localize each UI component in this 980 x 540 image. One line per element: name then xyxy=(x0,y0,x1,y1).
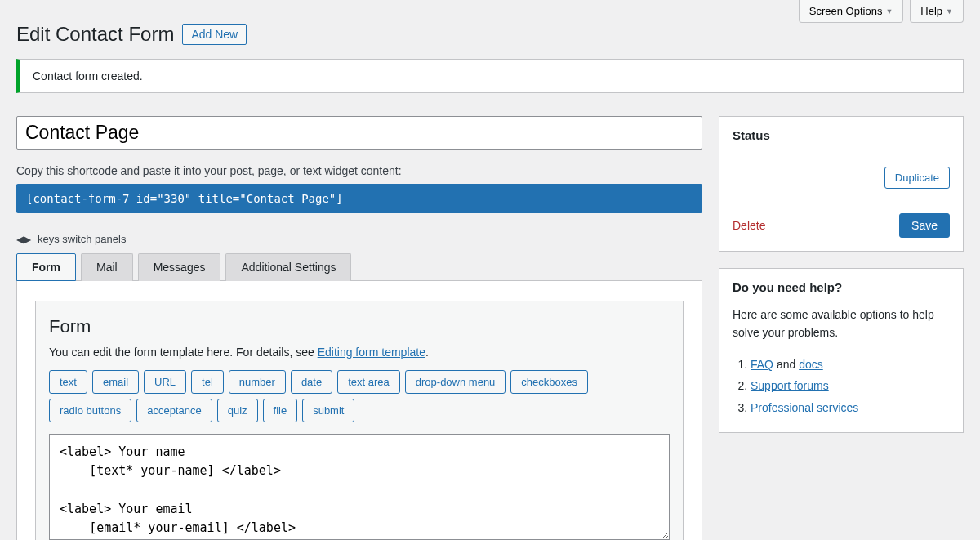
help-button[interactable]: Help xyxy=(910,0,964,23)
shortcode-label: Copy this shortcode and paste it into yo… xyxy=(16,164,702,177)
add-new-button[interactable]: Add New xyxy=(182,24,247,45)
help-item-pro: Professional services xyxy=(751,397,950,419)
form-panel: Form You can edit the form template here… xyxy=(16,280,702,540)
tag-date[interactable]: date xyxy=(291,370,332,394)
help-label: Help xyxy=(920,5,942,17)
status-heading: Status xyxy=(733,128,950,142)
success-notice: Contact form created. xyxy=(16,59,964,93)
form-template-textarea[interactable] xyxy=(49,434,670,540)
forums-link[interactable]: Support forums xyxy=(751,379,829,392)
tag-file[interactable]: file xyxy=(263,399,298,422)
form-title-input[interactable] xyxy=(16,116,702,150)
help-item-faq: FAQ and docs xyxy=(751,354,950,376)
screen-options-label: Screen Options xyxy=(809,5,883,17)
tab-additional-settings[interactable]: Additional Settings xyxy=(225,253,351,281)
page-title: Edit Contact Form xyxy=(16,23,174,46)
editing-template-link[interactable]: Editing form template xyxy=(318,346,425,359)
form-panel-heading: Form xyxy=(49,316,670,337)
duplicate-button[interactable]: Duplicate xyxy=(884,167,950,189)
help-list: FAQ and docs Support forums Professional… xyxy=(733,354,950,419)
tag-textarea[interactable]: text area xyxy=(337,370,400,394)
pro-services-link[interactable]: Professional services xyxy=(751,401,858,414)
tab-mail[interactable]: Mail xyxy=(81,253,133,281)
screen-options-button[interactable]: Screen Options xyxy=(799,0,904,23)
delete-link[interactable]: Delete xyxy=(733,219,765,232)
tag-quiz[interactable]: quiz xyxy=(217,399,258,422)
save-button[interactable]: Save xyxy=(899,213,950,238)
tag-dropdown[interactable]: drop-down menu xyxy=(405,370,506,394)
tag-number[interactable]: number xyxy=(229,370,286,394)
keys-hint: ◀▶ keys switch panels xyxy=(16,233,702,245)
shortcode-box[interactable]: [contact-form-7 id="330" title="Contact … xyxy=(16,184,702,213)
help-desc: Here are some available options to help … xyxy=(733,306,950,342)
form-panel-desc: You can edit the form template here. For… xyxy=(49,346,670,359)
tag-text[interactable]: text xyxy=(49,370,87,394)
tag-checkboxes[interactable]: checkboxes xyxy=(510,370,588,394)
tab-form[interactable]: Form xyxy=(16,253,76,281)
tag-buttons: text email URL tel number date text area… xyxy=(49,370,670,422)
tab-messages[interactable]: Messages xyxy=(138,253,221,281)
help-item-forums: Support forums xyxy=(751,375,950,397)
docs-link[interactable]: docs xyxy=(799,358,823,371)
help-box: Do you need help? Here are some availabl… xyxy=(719,268,964,433)
tag-email[interactable]: email xyxy=(92,370,139,394)
tag-url[interactable]: URL xyxy=(144,370,186,394)
help-heading: Do you need help? xyxy=(733,280,950,294)
status-box: Status Duplicate Delete Save xyxy=(719,116,964,252)
tag-radio[interactable]: radio buttons xyxy=(49,399,131,422)
tag-submit[interactable]: submit xyxy=(302,399,354,422)
arrow-left-right-icon: ◀▶ xyxy=(16,234,31,245)
tag-tel[interactable]: tel xyxy=(191,370,224,394)
tabs: Form Mail Messages Additional Settings xyxy=(16,253,702,281)
keys-hint-text: keys switch panels xyxy=(38,233,126,245)
tag-acceptance[interactable]: acceptance xyxy=(136,399,212,422)
faq-link[interactable]: FAQ xyxy=(751,358,773,371)
